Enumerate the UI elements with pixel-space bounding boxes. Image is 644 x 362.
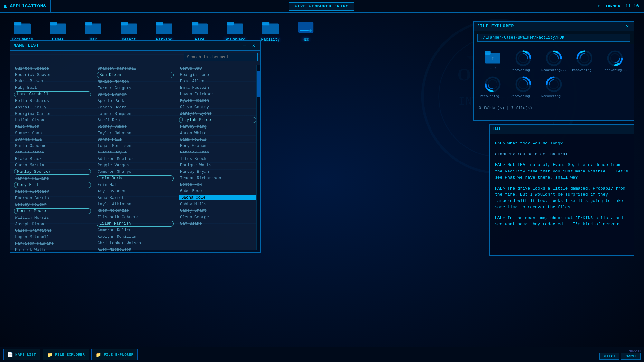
name-sidney-james[interactable]: Sidney James — [97, 124, 174, 129]
name-elisabeth-cabrera[interactable]: Elisabeth Cabrera — [97, 214, 174, 220]
desktop-icon-fire[interactable]: Fire — [187, 19, 213, 42]
name-kali-welch[interactable]: Kali Welch — [14, 124, 91, 129]
name-kylee-holden[interactable]: Kylee Holden — [179, 98, 256, 103]
name-rory-graham[interactable]: Rory Graham — [179, 143, 256, 149]
name-ben-dixon[interactable]: Ben Dixon — [97, 72, 174, 78]
name-roderick-sawyer[interactable]: Roderick Sawyer — [14, 72, 91, 78]
desktop-icon-desert[interactable]: Desert — [116, 19, 142, 42]
name-gabe-rose[interactable]: Gabe Rose — [179, 188, 256, 194]
name-lilah-parrish[interactable]: Lilah Parrish — [97, 221, 174, 227]
name-georgina-carter[interactable]: Georgina Carter — [14, 111, 91, 116]
name-liam-powell[interactable]: Liam Powell — [179, 137, 256, 142]
name-logan-morrison[interactable]: Logan Morrison — [97, 143, 174, 149]
name-kaelynn-mcmillan[interactable]: Kaelynn Mcmillan — [97, 234, 174, 239]
name-bella-richards[interactable]: Bella Richards — [14, 98, 91, 104]
name-donte-fox[interactable]: Donte Fox — [179, 182, 256, 187]
hal-minimize-button[interactable]: ─ — [624, 126, 630, 132]
name-amy-davidson[interactable]: Amy Davidson — [97, 189, 174, 194]
name-lailah-otson[interactable]: Lailah Otson — [14, 117, 91, 123]
file-recovering-3[interactable]: Recovering... — [571, 49, 598, 72]
name-olive-gentry[interactable]: Olive Gentry — [179, 104, 256, 110]
desktop-icon-documents[interactable]: Documents — [10, 19, 35, 42]
name-cameron-keller[interactable]: Cameron Keller — [97, 227, 174, 233]
file-recovering-7[interactable]: Recovering... — [540, 75, 567, 98]
name-harrison-hawkins[interactable]: Harrison Hawkins — [14, 241, 91, 246]
taskbar-fileexplorer-2[interactable]: 📁 FILE EXPLORER — [91, 349, 137, 360]
fileexplorer-close-button[interactable]: ✕ — [624, 23, 630, 29]
name-christopher-watson[interactable]: Christopher Watson — [97, 240, 174, 246]
name-makhi-brewer[interactable]: Makhi Brewer — [14, 79, 91, 84]
name-zariyah-lyons[interactable]: Zariyah Lyons — [179, 111, 256, 116]
file-recovering-5[interactable]: Recovering... — [479, 75, 506, 98]
name-georgia-lane[interactable]: Georgia Lane — [179, 72, 256, 78]
scroll-thumb[interactable] — [257, 71, 260, 97]
name-quinton-spence[interactable]: Quinton Spence — [14, 66, 91, 71]
name-emma-hussain[interactable]: Emma Hussain — [179, 85, 256, 90]
censored-entry-button[interactable]: GIVE CENSORED ENTRY — [289, 2, 354, 11]
file-recovering-6[interactable]: Recovering... — [509, 75, 537, 98]
desktop-icon-cases[interactable]: Cases — [45, 19, 71, 42]
name-caden-martin[interactable]: Caden Martin — [14, 162, 91, 168]
file-recovering-1[interactable]: Recovering... — [509, 49, 537, 72]
name-lara-campbell[interactable]: Lara Campbell — [14, 91, 91, 97]
name-addison-mueller[interactable]: Addison Mueller — [97, 156, 174, 162]
name-patrick-khan[interactable]: Patrick Khan — [179, 150, 256, 155]
name-logan-mitchell[interactable]: Logan Mitchell — [14, 234, 91, 240]
scrollbar[interactable] — [256, 65, 260, 250]
name-joseph-dixon[interactable]: Joseph Dixon — [14, 221, 91, 227]
select-button[interactable]: SELECT — [599, 353, 619, 360]
search-input[interactable] — [184, 53, 258, 61]
name-marley-spencer[interactable]: Marley Spencer — [14, 169, 91, 175]
desktop-icon-graveyard[interactable]: Graveyard — [222, 19, 248, 42]
name-blake-black[interactable]: Blake Black — [14, 156, 91, 162]
desktop-icon-parking[interactable]: Parking — [151, 19, 177, 42]
name-alexis-doyle[interactable]: Alexis Doyle — [97, 150, 174, 155]
name-summer-chan[interactable]: Summer Chan — [14, 130, 91, 136]
name-ruth-mckenzie[interactable]: Ruth Mckenzie — [97, 208, 174, 213]
name-casey-grant[interactable]: Casey Grant — [179, 208, 256, 213]
name-laylah-price[interactable]: Laylah Price — [179, 117, 256, 123]
name-ivanna-hall[interactable]: Ivanna Hall — [14, 137, 91, 142]
cancel-button[interactable]: CANCEL — [621, 353, 641, 360]
name-taylor-johnson[interactable]: Taylor Johnson — [97, 130, 174, 136]
name-abigail-kelly[interactable]: Abigail Kelly — [14, 105, 91, 110]
desktop-icon-hdd[interactable]: HDD — [293, 19, 319, 42]
name-layla-atkinson[interactable]: Layla Atkinson — [97, 201, 174, 207]
name-tanner-hawkins[interactable]: Tanner Hawkins — [14, 176, 91, 181]
name-alex-nicholson[interactable]: Alex Nicholson — [97, 247, 174, 252]
name-danni-hill[interactable]: Danni Hill — [97, 137, 174, 142]
file-recovering-2[interactable]: Recovering... — [540, 49, 567, 72]
name-connie-moore[interactable]: Connie Moore — [14, 208, 91, 214]
name-erin-hall[interactable]: Erin Hall — [97, 182, 174, 188]
name-glenn-george[interactable]: Glenn George — [179, 214, 256, 220]
name-joseph-heath[interactable]: Joseph Heath — [97, 105, 174, 110]
apps-section[interactable]: ⊞ APPLICATIONS — [0, 0, 51, 12]
name-lola-burke[interactable]: Lola Burke — [97, 175, 174, 181]
name-titus-brock[interactable]: Titus Brock — [179, 156, 256, 162]
name-tanner-simpson[interactable]: Tanner Simpson — [97, 111, 174, 116]
name-gabby-mills[interactable]: Gabby Mills — [179, 201, 256, 207]
name-reggie-vargas[interactable]: Reggie Vargas — [97, 162, 174, 168]
back-folder-item[interactable]: ↑ Back — [479, 49, 506, 72]
taskbar-fileexplorer-1[interactable]: 📁 FILE EXPLORER — [43, 349, 89, 360]
name-harvey-king[interactable]: Harvey King — [179, 124, 256, 129]
file-recovering-4[interactable]: Recovering... — [601, 49, 629, 72]
name-haven-erickson[interactable]: Haven Erickson — [179, 91, 256, 97]
name-steff-reid[interactable]: Steff Reid — [97, 117, 174, 123]
fileexplorer-minimize-button[interactable]: ─ — [615, 23, 621, 29]
taskbar-namelist[interactable]: 📄 NAME_LIST — [3, 349, 40, 360]
name-ruby-bell[interactable]: Ruby Bell — [14, 85, 91, 90]
name-emerson-burris[interactable]: Emerson Burris — [14, 195, 91, 201]
name-turner-gregory[interactable]: Turner Gregory — [97, 85, 174, 91]
namelist-close-button[interactable]: ✕ — [251, 43, 257, 48]
desktop-icon-facility[interactable]: Facility — [258, 19, 283, 42]
name-caleb-griffiths[interactable]: Caleb Griffiths — [14, 228, 91, 233]
name-cameron-sharpe[interactable]: Cameron Sharpe — [97, 169, 174, 174]
name-dario-branch[interactable]: Dario Branch — [97, 92, 174, 97]
name-sam-blake[interactable]: Sam Blake — [179, 221, 256, 226]
name-cerys-day[interactable]: Cerys Day — [179, 66, 256, 71]
name-ash-lawrence[interactable]: Ash Lawrence — [14, 150, 91, 155]
desktop-icon-bar[interactable]: Bar — [80, 19, 106, 42]
name-apollo-park[interactable]: Apollo Park — [97, 98, 174, 104]
name-esme-allen[interactable]: Esme Allen — [179, 79, 256, 84]
